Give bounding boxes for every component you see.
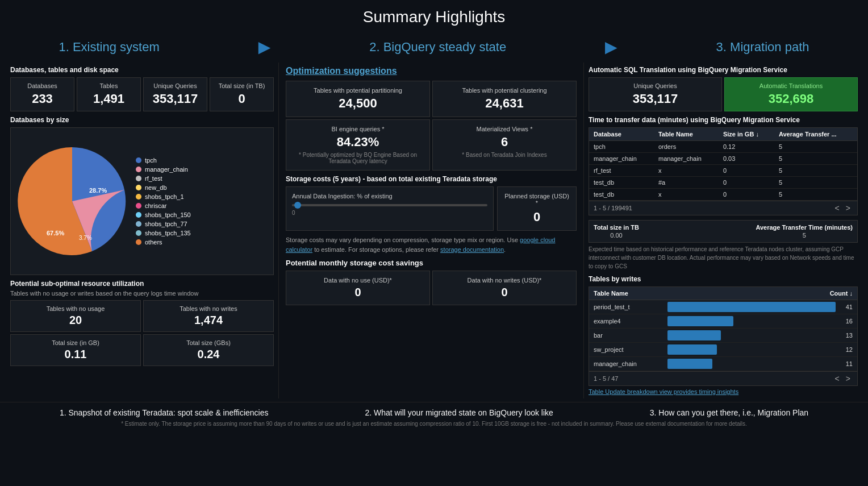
transfer-table-container: Database Table Name Size in GB ↓ Average… [589, 127, 858, 215]
legend-dot [136, 203, 141, 209]
svg-text:3.7%: 3.7% [79, 235, 92, 241]
cell-table: x [654, 189, 719, 201]
left-panel: Databases, tables and disk space Databas… [6, 63, 278, 398]
legend-label: chriscar [145, 202, 167, 209]
cell-transfer: 5 [774, 153, 857, 165]
bar-prev-btn[interactable]: < [833, 374, 842, 383]
pie-chart-area: 67.5% 28.7% 3.7% tpchmanager_chainrf_tes… [10, 127, 274, 275]
cell-table: #a [654, 177, 719, 189]
legend-label: shobs_tpch_77 [145, 221, 187, 227]
legend-label: rf_test [145, 175, 162, 182]
stat-total-size: Total size (in TB) 0 [210, 77, 274, 111]
phase3-title: 3. Migration path [716, 40, 809, 55]
legend-label: shobs_tpch_135 [145, 230, 191, 236]
list-item: period_test_t 41 [589, 300, 857, 314]
bar-name: bar [594, 332, 667, 339]
stat-databases-label: Databases [16, 82, 68, 89]
stat-uq-label: Unique Queries [149, 82, 201, 89]
legend-dot [136, 212, 141, 218]
table-row: test_db x 0 5 [589, 189, 857, 201]
bottom-phases: 1. Snapshot of existing Teradata: spot s… [11, 408, 857, 417]
link-note: Table Update breakdown view provides tim… [589, 388, 858, 395]
optimization-link[interactable]: Optimization suggestions [286, 66, 577, 76]
pie-legend: tpchmanager_chainrf_testnew_dbshobs_tpch… [129, 157, 191, 246]
total-size-col: Total size in TB 0.00 [594, 224, 639, 239]
legend-item-new_db: new_db [136, 184, 191, 191]
bar-fill [667, 344, 717, 355]
legend-label: others [145, 239, 162, 246]
storage-doc-link[interactable]: storage documentation [440, 246, 504, 253]
stat-no-writes: Tables with no writes 1,474 [143, 300, 274, 332]
arrow2-icon: ► [601, 35, 621, 59]
storage-content: Annual Data Ingestion: % of existing 0 P… [286, 186, 577, 231]
legend-label: manager_chain [145, 166, 188, 173]
transfer-next-btn[interactable]: > [844, 203, 853, 213]
main-content: Databases, tables and disk space Databas… [0, 63, 868, 398]
unique-queries-box: Unique Queries 353,117 [589, 77, 722, 111]
th-table-name[interactable]: Table Name [654, 128, 719, 141]
stat-tables-label: Tables [83, 82, 135, 89]
storage-section: Storage costs (5 years) - based on total… [286, 175, 577, 254]
legend-dot [136, 239, 141, 245]
cell-size: 0.03 [719, 153, 774, 165]
opt-partitioning: Tables with potential partitioning 24,50… [286, 81, 430, 117]
list-item: manager_chain 11 [589, 357, 857, 371]
legend-dot [136, 230, 141, 236]
gcp-calc-link[interactable]: google cloud calculator [286, 236, 555, 253]
bar-table-footer: 1 - 5 / 47 < > [589, 371, 857, 385]
stat-total-gb: Total size (in GB) 0.11 [10, 334, 141, 366]
slider-box: Annual Data Ingestion: % of existing 0 [286, 186, 494, 231]
stat-tables: Tables 1,491 [77, 77, 141, 111]
bar-name: period_test_t [594, 304, 667, 310]
db-size-title: Databases by size [10, 116, 274, 124]
cell-db: tpch [589, 141, 654, 153]
legend-item-shobs_tpch_150: shobs_tpch_150 [136, 211, 191, 218]
slider-thumb[interactable] [294, 202, 301, 209]
legend-label: shobs_tpch_150 [145, 211, 191, 218]
bottom-phase3: 3. How can you get there, i.e., Migratio… [650, 408, 808, 417]
stat-no-usage: Tables with no usage 20 [10, 300, 141, 332]
bar-fill-area [667, 344, 836, 355]
slider-track[interactable] [292, 204, 487, 206]
transfer-title: Time to transfer data (minutes) using Bi… [589, 116, 858, 124]
opt-materialized-views: Materialized Views * 6 * Based on Terada… [432, 119, 577, 171]
svg-text:67.5%: 67.5% [47, 230, 64, 236]
monthly-grid: Data with no use (USD)* 0 Data with no w… [286, 271, 577, 305]
bar-fill [667, 330, 721, 340]
th-transfer[interactable]: Average Transfer ... [774, 128, 857, 141]
transfer-pagination: 1 - 5 / 199491 [594, 205, 632, 211]
arrow1-icon: ► [254, 35, 275, 59]
cell-transfer: 5 [774, 165, 857, 177]
legend-item-others: others [136, 239, 191, 246]
bar-table-header: Table Name Count ↓ [589, 287, 857, 300]
bar-name: example4 [594, 318, 667, 325]
cell-size: 0.12 [719, 141, 774, 153]
bar-fill-area [667, 330, 836, 340]
page-title: Summary Highlights [0, 0, 868, 32]
legend-label: tpch [145, 157, 157, 164]
legend-item-chriscar: chriscar [136, 202, 191, 209]
stat-ts-label: Total size (in TB) [216, 82, 268, 89]
bar-fill [667, 302, 836, 312]
bottom-phase2: 2. What will your migrated state on BigQ… [365, 408, 553, 417]
th-size[interactable]: Size in GB ↓ [719, 128, 774, 141]
table-update-link[interactable]: Table Update breakdown view provides tim… [589, 388, 738, 395]
transfer-prev-btn[interactable]: < [833, 203, 842, 213]
auto-sql-title: Automatic SQL Translation using BigQuery… [589, 66, 858, 74]
translation-row: Unique Queries 353,117 Automatic Transla… [589, 77, 858, 111]
legend-dot [136, 157, 141, 163]
db-size-section: Databases by size 67.5% 28.7% 3.7% [10, 116, 274, 275]
cell-transfer: 5 [774, 177, 857, 189]
cell-table: manager_chain [654, 153, 719, 165]
bar-count: 11 [836, 360, 853, 367]
bar-next-btn[interactable]: > [844, 374, 853, 383]
storage-note: Storage costs may vary depending on comp… [286, 235, 577, 254]
bar-count: 41 [836, 304, 853, 310]
planned-label: Planned storage (USD) * [503, 193, 570, 206]
middle-panel: Optimization suggestions Tables with pot… [278, 63, 584, 398]
opt-grid: Tables with potential partitioning 24,50… [286, 81, 577, 171]
th-database[interactable]: Database [589, 128, 654, 141]
right-panel: Automatic SQL Translation using BigQuery… [584, 63, 862, 398]
bar-count: 13 [836, 332, 853, 339]
transfer-table-footer: 1 - 5 / 199491 < > [589, 201, 857, 215]
